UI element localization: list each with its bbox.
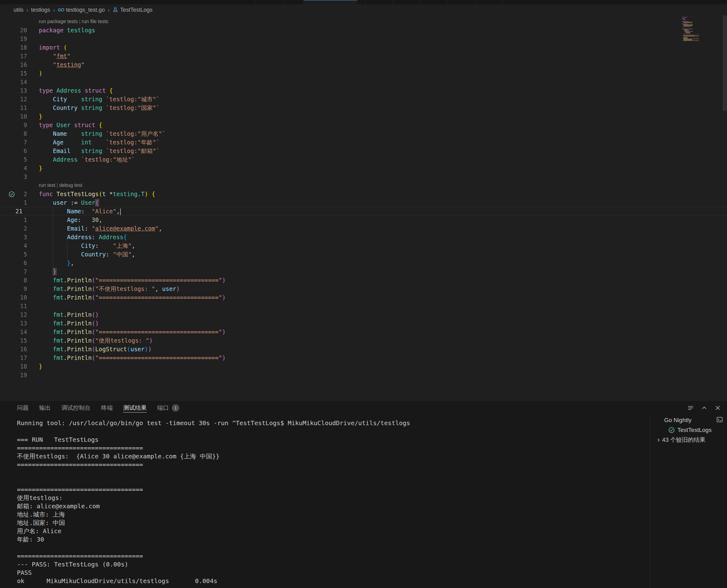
- code-line[interactable]: 15 fmt.Println("使用testlogs: "): [0, 336, 727, 345]
- code-line[interactable]: 19: [0, 371, 727, 379]
- test-output[interactable]: Running tool: /usr/local/go/bin/go test …: [0, 415, 650, 588]
- code-line[interactable]: 5 Country: "中国",: [0, 250, 727, 258]
- line-number: 17: [0, 52, 27, 60]
- code-line[interactable]: 3: [0, 172, 727, 181]
- editor-scrollbar[interactable]: [723, 15, 727, 111]
- indent-guide: [53, 250, 53, 258]
- panel-maximize-icon[interactable]: [701, 404, 708, 412]
- line-number: 1: [0, 215, 27, 224]
- line-number: 7: [0, 138, 27, 147]
- breadcrumb[interactable]: utils›testlogs›GOtestlogs_test.go›TestTe…: [0, 4, 727, 15]
- active-window-tab[interactable]: [303, 0, 357, 4]
- line-number: 5: [0, 250, 27, 258]
- code-line[interactable]: 21 Name: "Alice",: [0, 207, 727, 215]
- panel-tab-problems[interactable]: 问题: [17, 400, 29, 415]
- code-line[interactable]: 6 },: [0, 258, 727, 267]
- code-line[interactable]: 1 user := User{: [0, 198, 727, 207]
- breadcrumb-item[interactable]: utils: [14, 7, 23, 13]
- breadcrumb-item[interactable]: testlogs_test.go: [66, 7, 105, 13]
- code-line[interactable]: 10}: [0, 112, 727, 121]
- code-line[interactable]: 18}: [0, 362, 727, 371]
- minimap[interactable]: [682, 16, 704, 42]
- code-line[interactable]: 7 }: [0, 267, 727, 276]
- code-line[interactable]: 12 City string `testlog:"城市"`: [0, 95, 727, 103]
- code-line[interactable]: 6 Email string `testlog:"邮箱"`: [0, 147, 727, 155]
- codelens-link[interactable]: run package tests: [39, 19, 78, 24]
- code-line[interactable]: 15): [0, 69, 727, 78]
- code-line[interactable]: 11 Country string `testlog:"国家"`: [0, 103, 727, 112]
- code-line[interactable]: 5 Address `testlog:"地址"`: [0, 155, 727, 164]
- code-line[interactable]: 13 fmt.Println(): [0, 319, 727, 328]
- panel-menu-icon[interactable]: [687, 404, 694, 412]
- code-line[interactable]: 16 "testing": [0, 60, 727, 69]
- code-line[interactable]: 8 fmt.Println("=========================…: [0, 276, 727, 285]
- minimap-line: [683, 40, 699, 41]
- test-result-item[interactable]: TestTestLogs: [650, 425, 727, 435]
- line-number: 13: [0, 86, 27, 95]
- test-run-profile-row[interactable]: Go Nightly: [650, 415, 727, 425]
- output-line: 邮箱: alice@example.com: [17, 502, 650, 510]
- line-number: 4: [0, 164, 27, 172]
- code-line[interactable]: 20package testlogs: [0, 26, 727, 35]
- line-number: 21: [0, 207, 22, 215]
- breadcrumb-item[interactable]: testlogs: [31, 7, 50, 13]
- code-line[interactable]: 14 fmt.Println("========================…: [0, 328, 727, 336]
- chevron-right-icon: ›: [658, 437, 660, 443]
- codelens-link[interactable]: debug test: [59, 183, 82, 188]
- code-line[interactable]: 11: [0, 302, 727, 310]
- test-pass-icon[interactable]: [8, 191, 15, 197]
- code-line[interactable]: 10 fmt.Println("========================…: [0, 293, 727, 302]
- panel-tab-output[interactable]: 输出: [39, 400, 51, 415]
- panel-tab-test-results[interactable]: 测试结果: [123, 400, 147, 415]
- panel-tab-ports[interactable]: 端口1: [157, 400, 179, 415]
- code-area[interactable]: run package tests | run file tests20pack…: [0, 15, 727, 379]
- code-line[interactable]: 1 Age: 30,: [0, 215, 727, 224]
- codelens-link[interactable]: run test: [39, 183, 55, 188]
- panel-tab-bar: 问题输出调试控制台终端测试结果端口1: [0, 400, 727, 415]
- code-line[interactable]: 13type Address struct {: [0, 86, 727, 95]
- code-line[interactable]: 14: [0, 78, 727, 86]
- test-results-tree: Go Nightly TestTestLogs › 43 个较旧的结果: [650, 415, 727, 588]
- minimap-line: [683, 19, 686, 20]
- line-number: 12: [0, 95, 27, 103]
- line-number: 2: [0, 224, 27, 233]
- panel-tab-label: 测试结果: [123, 404, 147, 412]
- code-line[interactable]: 9 fmt.Println("不使用testlogs: ", user): [0, 285, 727, 293]
- line-number: 8: [0, 276, 27, 285]
- code-line[interactable]: 9type User struct {: [0, 121, 727, 129]
- panel-close-icon[interactable]: [714, 404, 722, 412]
- code-line[interactable]: 8 Name string `testlog:"用户名"`: [0, 129, 727, 138]
- code-line[interactable]: 4}: [0, 164, 727, 172]
- window-tabs-dividers: [228, 0, 509, 4]
- code-editor[interactable]: run package tests | run file tests20pack…: [0, 15, 727, 400]
- code-line[interactable]: 2 Email: "alice@example.com",: [0, 224, 727, 233]
- line-number: 14: [0, 328, 27, 336]
- code-line[interactable]: 3 Address: Address{: [0, 233, 727, 241]
- breadcrumb-item[interactable]: TestTestLogs: [120, 7, 153, 13]
- code-line[interactable]: 12 fmt.Println(): [0, 310, 727, 319]
- line-number: 14: [0, 78, 27, 86]
- older-results-row[interactable]: › 43 个较旧的结果: [650, 435, 727, 445]
- output-line: 年龄: 30: [17, 536, 650, 544]
- terminal-output-icon[interactable]: [716, 416, 723, 425]
- code-line[interactable]: 7 Age int `testlog:"年龄"`: [0, 138, 727, 147]
- code-line[interactable]: 19: [0, 35, 727, 43]
- code-line[interactable]: 2func TestTestLogs(t *testing.T) {: [0, 190, 727, 198]
- line-number: 4: [0, 241, 27, 250]
- codelens-link[interactable]: run file tests: [82, 19, 108, 24]
- indent-guide: [53, 224, 53, 233]
- code-line[interactable]: 17 fmt.Println("========================…: [0, 353, 727, 362]
- test-run-profile[interactable]: Go Nightly: [664, 417, 716, 424]
- code-line[interactable]: 17 "fmt": [0, 52, 727, 60]
- code-line[interactable]: 4 City: "上海",: [0, 241, 727, 250]
- panel-tab-terminal[interactable]: 终端: [101, 400, 113, 415]
- panel-tab-label: 输出: [39, 404, 51, 412]
- window-tab-strip[interactable]: [0, 0, 727, 4]
- line-number: 15: [0, 69, 27, 78]
- line-number: 13: [0, 319, 27, 328]
- output-line: 用户名: Alice: [17, 527, 650, 536]
- code-line[interactable]: 16 fmt.Println(LogStruct(user)): [0, 345, 727, 353]
- panel-tab-debug-console[interactable]: 调试控制台: [61, 400, 90, 415]
- go-file-icon: GO: [58, 7, 64, 12]
- code-line[interactable]: 18import (: [0, 43, 727, 52]
